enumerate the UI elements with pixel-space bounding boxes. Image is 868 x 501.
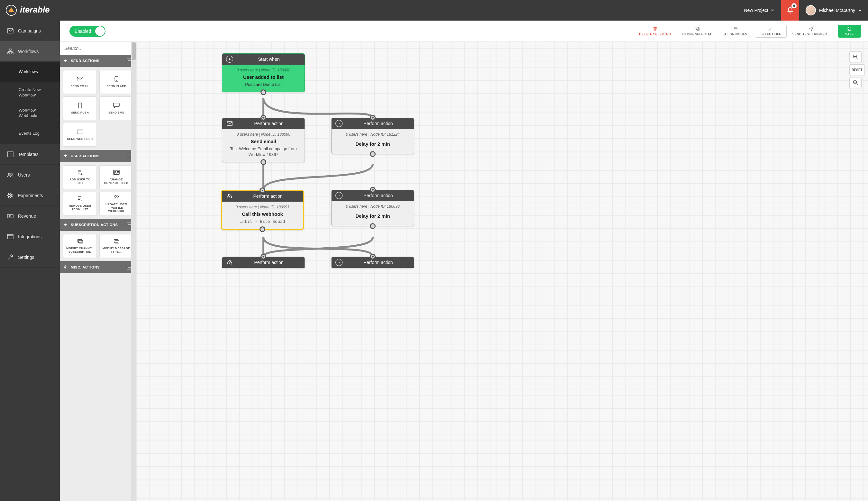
palette-card-add-user-to-list[interactable]: ADD USER TO LIST — [63, 165, 97, 189]
svg-point-14 — [9, 215, 11, 217]
tools-icon — [7, 254, 13, 260]
node-bottom-left[interactable]: Perform action — [222, 257, 305, 268]
palette-card-send-sms[interactable]: SEND SMS — [99, 96, 133, 120]
palette-card-update-user-profile-webhook[interactable]: UPDATE USER PROFILE WEBHOOK — [99, 192, 133, 215]
zoom-reset-button[interactable]: RESET — [849, 64, 865, 75]
palette-card-send-in-app[interactable]: SEND IN APP — [99, 70, 133, 94]
node-start[interactable]: Start when 0 users here | Node ID: 18008… — [222, 53, 305, 92]
sidebar-item-experiments[interactable]: Experiments — [0, 185, 60, 206]
align-nodes-button[interactable]: ALIGN NODES — [718, 23, 753, 40]
palette-card-remove-user-from-list[interactable]: REMOVE USER FROM LIST — [63, 192, 97, 215]
palette-card-send-web-push[interactable]: SEND WEB PUSH — [63, 123, 97, 147]
delete-selected-button[interactable]: DELETE SELECTED — [633, 23, 677, 40]
svg-rect-29 — [114, 239, 118, 243]
browser-icon — [77, 129, 83, 135]
sidebar-label: Users — [18, 172, 30, 178]
enabled-toggle[interactable]: Enabled — [69, 26, 106, 37]
workflow-canvas[interactable]: RESET — [136, 42, 868, 501]
sidebar-item-workflows[interactable]: Workflows — [0, 41, 60, 62]
node-send-email[interactable]: Perform action 0 users here | Node ID: 1… — [222, 118, 305, 162]
svg-rect-3 — [9, 49, 11, 50]
svg-rect-17 — [696, 27, 698, 29]
output-port[interactable] — [370, 223, 376, 229]
mobile-icon — [113, 76, 120, 82]
clock-icon — [335, 120, 343, 127]
avatar — [806, 5, 816, 15]
sidebar-subitem-events-log[interactable]: Events Log — [0, 124, 60, 144]
search-input[interactable] — [60, 42, 136, 55]
output-port[interactable] — [259, 226, 265, 232]
sidebar-label: Templates — [18, 152, 39, 157]
bolt-icon — [64, 58, 67, 63]
clone-icon — [695, 26, 700, 31]
sidebar-subitem-create-new-workflow[interactable]: Create New Workflow — [0, 82, 60, 103]
palette-scrollbar[interactable] — [131, 42, 136, 501]
mobile-icon — [77, 103, 83, 108]
input-port[interactable] — [260, 254, 266, 259]
svg-rect-27 — [77, 239, 82, 243]
integrations-icon — [7, 233, 13, 240]
input-port[interactable] — [260, 115, 266, 120]
webhook-icon — [226, 259, 233, 266]
sidebar-subitem-workflows[interactable]: Workflows — [0, 62, 60, 82]
output-port[interactable] — [260, 159, 266, 165]
svg-point-20 — [116, 81, 117, 81]
envelope-icon — [7, 28, 13, 34]
output-port[interactable] — [370, 151, 376, 157]
zoom-out-icon — [853, 80, 858, 85]
node-delay-1[interactable]: Perform action 0 users here | Node ID: 1… — [331, 118, 414, 154]
palette-group-user-actions[interactable]: USER ACTIONS — [60, 150, 136, 162]
save-button[interactable]: SAVE — [838, 25, 861, 38]
notifications-button[interactable]: 9 — [781, 0, 799, 21]
node-bottom-right[interactable]: Perform action — [331, 257, 414, 268]
svg-rect-16 — [697, 28, 699, 30]
input-port[interactable] — [370, 115, 376, 120]
sidebar-label: Workflows — [18, 49, 39, 54]
sidebar-label: Experiments — [18, 193, 43, 198]
palette-card-modify-channel-subscription[interactable]: MODIFY CHANNEL SUBSCRIPTION — [63, 234, 97, 258]
input-port[interactable] — [370, 254, 376, 259]
send-icon — [809, 26, 814, 31]
node-delay-2[interactable]: Perform action 0 users here | Node ID: 1… — [331, 190, 414, 226]
palette-group-send-actions[interactable]: SEND ACTIONS — [60, 55, 136, 67]
select-off-button[interactable]: SELECT OFF — [755, 25, 786, 38]
palette-card-send-push[interactable]: SEND PUSH — [63, 96, 97, 120]
sidebar-label: Integrations — [18, 234, 42, 239]
clone-selected-button[interactable]: CLONE SELECTED — [677, 23, 718, 40]
project-selector[interactable]: New Project — [737, 0, 781, 21]
sidebar-item-campaigns[interactable]: Campaigns — [0, 21, 60, 41]
svg-rect-13 — [8, 214, 13, 218]
zoom-in-button[interactable] — [849, 52, 861, 62]
svg-rect-4 — [8, 53, 9, 54]
sidebar-item-revenue[interactable]: Revenue — [0, 206, 60, 226]
users-icon — [7, 172, 13, 178]
input-port[interactable] — [259, 188, 265, 193]
user-menu[interactable]: Michael McCarthy — [799, 0, 868, 21]
palette-card-change-contact-field[interactable]: CHANGE CONTACT FIELD — [99, 165, 133, 189]
svg-rect-15 — [8, 234, 13, 239]
sidebar-item-users[interactable]: Users — [0, 164, 60, 185]
input-port[interactable] — [370, 187, 376, 193]
sidebar-item-integrations[interactable]: Integrations — [0, 226, 60, 247]
webhook-icon — [226, 193, 233, 200]
palette-search[interactable] — [60, 42, 136, 55]
svg-rect-6 — [8, 152, 13, 157]
palette-card-send-email[interactable]: SEND EMAIL — [63, 70, 97, 94]
zoom-out-button[interactable] — [849, 77, 861, 88]
svg-rect-33 — [227, 121, 232, 125]
svg-rect-18 — [77, 77, 83, 81]
palette-group-subscription-actions[interactable]: SUBSCRIPTION ACTIONS — [60, 218, 136, 231]
palette-group-misc-actions[interactable]: MISC. ACTIONS — [60, 261, 136, 273]
edges — [136, 42, 868, 501]
palette-card-modify-message-type[interactable]: MODIFY MESSAGE TYPE… — [99, 234, 133, 258]
svg-point-25 — [115, 171, 116, 173]
sidebar-subitem-workflow-webhooks[interactable]: Workflow Webhooks — [0, 103, 60, 124]
zoom-in-icon — [853, 54, 858, 60]
sidebar-item-templates[interactable]: Templates — [0, 144, 60, 164]
output-port[interactable] — [260, 89, 266, 95]
send-test-trigger-button[interactable]: SEND TEST TRIGGER… — [786, 23, 836, 40]
sidebar-item-settings[interactable]: Settings — [0, 247, 60, 268]
node-webhook[interactable]: Perform action 0 users here | Node ID: 1… — [221, 190, 304, 230]
sidebar-label: Revenue — [18, 214, 36, 218]
stack-icon — [77, 238, 83, 244]
